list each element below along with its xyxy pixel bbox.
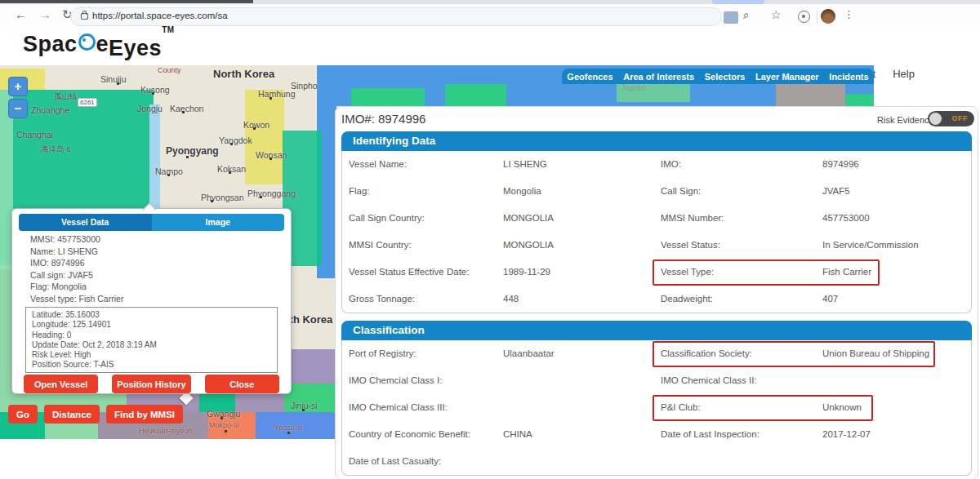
extension-icon[interactable] [798, 11, 810, 23]
browser-tab-shadow [0, 0, 253, 3]
field-value-gross-tonnage: 448 [503, 294, 519, 304]
section-header-identifying-data: Identifying Data [341, 131, 972, 151]
field-label-classification-society: Classification Society: [661, 348, 752, 358]
address-bar[interactable]: https://portal.space-eyes.com/sa [70, 7, 722, 26]
map-toolbar-area-of-interests[interactable]: Area of Interests [623, 72, 694, 82]
field-label-imo-chemcial-class-i: IMO Chemcial Class I: [349, 375, 442, 385]
field-row: Vessel Name:LI SHENGIMO:8974996 [342, 151, 971, 178]
map-city-dot [220, 417, 223, 419]
field-label-mmsi-number: MMSI Number: [661, 213, 724, 223]
zoom-out-button[interactable]: − [8, 99, 28, 118]
map-city-dot [230, 143, 233, 145]
field-row: Date of Last Casualty: [342, 448, 971, 475]
field-label-imo: IMO: [661, 159, 681, 169]
popup-tab-vessel-data[interactable]: Vessel Data [19, 214, 152, 231]
popup-position-box: Latitude: 35.16003Longitude: 125.14901He… [25, 307, 278, 373]
field-value-vessel-name: LI SHENG [503, 159, 547, 169]
browser-menu-icon[interactable]: ⋮ [844, 8, 854, 20]
open-vessel-button[interactable]: Open Vessel [24, 375, 98, 393]
field-value-port-of-registry: Ulaanbaatar [503, 348, 555, 358]
close-button[interactable]: Close [205, 375, 279, 393]
map-toolbar-geofences[interactable]: Geofences [567, 72, 612, 82]
site-header: SpaceEyesTM HomeSearchSituational Awaren… [0, 27, 980, 65]
field-row: Flag:MongoliaCall Sign:JVAF5 [342, 178, 971, 205]
search-icon[interactable]: ⌕ [743, 7, 750, 22]
field-label-vessel-name: Vessel Name: [349, 159, 407, 169]
field-label-flag: Flag: [349, 186, 370, 196]
section-body: Port of Registry:UlaanbaatarClassificati… [341, 340, 972, 476]
field-value-vessel-status-effective-date: 1989-11-29 [503, 267, 550, 277]
risk-evidence-label: Risk Evidence [877, 115, 934, 125]
popup-tab-image[interactable]: Image [152, 214, 285, 231]
map-city-dot [260, 196, 262, 198]
toggle-knob [929, 113, 942, 125]
extension-chip[interactable] [724, 11, 738, 24]
map-label-kaechon: Kaechon [170, 104, 203, 113]
profile-avatar[interactable] [821, 9, 835, 24]
distance-button[interactable]: Distance [44, 405, 100, 424]
map-city-dot [270, 157, 272, 160]
field-label-vessel-type: Vessel Type: [661, 267, 714, 277]
field-label-mmsi-country: MMSI Country: [349, 240, 412, 250]
zoom-in-button[interactable]: + [8, 77, 28, 96]
position-history-button[interactable]: Position History [112, 375, 190, 393]
space-eyes-logo[interactable]: SpaceEyesTM [23, 32, 175, 57]
map-region-6 [845, 94, 874, 106]
url-text[interactable]: https://portal.space-eyes.com/sa [92, 11, 228, 20]
forward-icon[interactable]: → [39, 7, 51, 22]
field-label-vessel-status: Vessel Status: [661, 240, 720, 250]
section-classification: ClassificationPort of Registry:Ulaanbaat… [341, 321, 972, 476]
map-label-north-korea: North Korea [213, 68, 274, 80]
back-icon[interactable]: ← [15, 7, 27, 22]
field-label-imo-chemical-class-ii: IMO Chemical Class II: [661, 375, 757, 385]
map-city-dot [287, 432, 290, 434]
find-by-mmsi-button[interactable]: Find by MMSI [106, 405, 183, 424]
section-body: Vessel Name:LI SHENGIMO:8974996Flag:Mong… [341, 151, 972, 313]
map-label-koksan: Koksan [217, 164, 246, 174]
map-label-yangdok: Yangdok [219, 135, 252, 145]
map-label-gwangju: Gwangju [207, 409, 240, 419]
popup-position-line: Longitude: 125.14901 [32, 320, 277, 330]
field-value-date-of-last-inspection: 2017-12-07 [822, 429, 871, 439]
field-label-date-of-last-inspection: Date of Last Inspection: [661, 429, 760, 439]
map-label-6: 海洋岛 6 [41, 144, 70, 155]
map-toolbar-incidents[interactable]: Incidents [829, 72, 868, 82]
field-label-imo-chemical-class-iii: IMO Chemical Class III: [349, 402, 448, 412]
popup-info-line: IMO: 8974996 [30, 257, 123, 269]
map-city-dot [182, 111, 185, 113]
map-city-dot [229, 171, 231, 174]
field-row: Port of Registry:UlaanbaatarClassificati… [342, 340, 971, 367]
trademark: TM [162, 25, 174, 34]
map-toolbar-layer-manager[interactable]: Layer Manager [755, 72, 819, 82]
map-label-kowon: Kowon [243, 120, 270, 130]
logo-text-1: Spac [23, 32, 78, 56]
vessel-popup: Vessel DataImage MMSI: 457753000Name: LI… [11, 208, 292, 394]
map-city-dot [211, 200, 213, 202]
field-row: MMSI Country:MONGOLIAVessel Status:In Se… [342, 232, 971, 259]
toggle-state: OFF [952, 114, 969, 122]
map-label-6261: 6261 [78, 98, 97, 107]
map-city-dot [152, 92, 154, 95]
field-row: IMO Chemical Class III:P&I Club:Unknown [342, 394, 971, 421]
field-label-port-of-registry: Port of Registry: [349, 348, 416, 358]
popup-info-line: Flag: Mongolia [30, 281, 123, 293]
map-toolbar-selectors[interactable]: Selectors [705, 72, 746, 82]
logo-text-3: Eyes [109, 36, 162, 60]
field-row: IMO Chemcial Class I:IMO Chemical Class … [342, 367, 971, 394]
popup-vessel-info: MMSI: 457753000Name: LI SHENGIMO: 897499… [30, 233, 123, 305]
go-button[interactable]: Go [8, 405, 38, 424]
map-label-hamhung: Hamhung [258, 89, 296, 99]
field-value-mmsi-number: 457753000 [822, 213, 870, 223]
field-value-flag: Mongolia [503, 186, 541, 196]
field-row: Gross Tonnage:448Deadweight:407 [342, 286, 971, 313]
bookmark-star-icon[interactable]: ☆ [771, 7, 782, 22]
field-row: Country of Economic Benefit:CHINADate of… [342, 421, 971, 448]
map-label-phyonggang: Phyonggang [247, 188, 296, 198]
field-label-vessel-status-effective-date: Vessel Status Effective Date: [349, 267, 469, 277]
popup-info-line: Vessel type: Fish Carrier [30, 293, 123, 305]
nav-item-help[interactable]: Help [893, 68, 915, 80]
map-action-buttons: GoDistanceFind by MMSI [8, 405, 183, 424]
risk-evidence-toggle[interactable]: OFF [928, 111, 974, 126]
browser-toolbar: ← → ↻ https://portal.space-eyes.com/sa ⌕… [0, 4, 980, 28]
field-label-gross-tonnage: Gross Tonnage: [349, 294, 415, 304]
